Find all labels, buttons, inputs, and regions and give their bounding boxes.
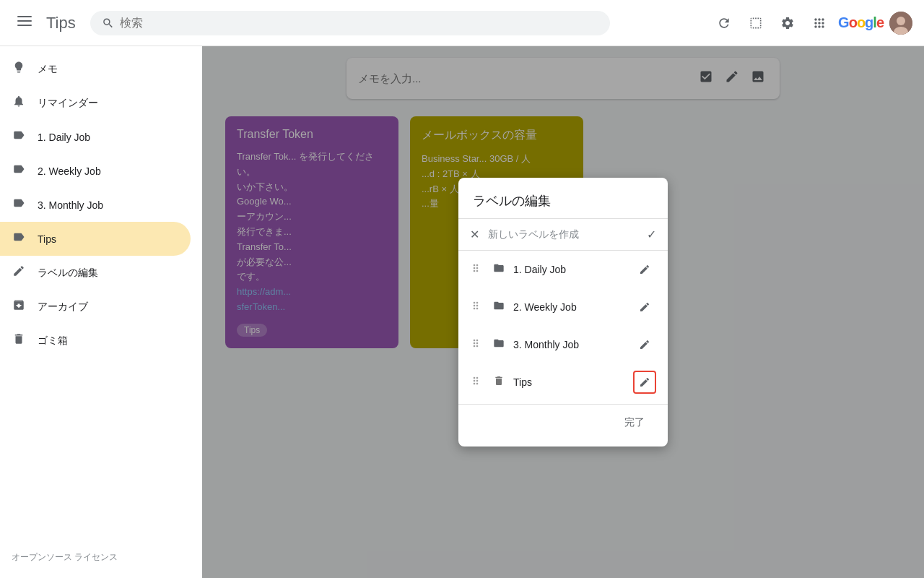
sidebar-item-tips[interactable]: Tips (0, 222, 191, 256)
edit-icon-monthly-job[interactable] (633, 333, 656, 356)
search-bar[interactable] (90, 11, 610, 35)
sidebar-trash-label: ゴミ箱 (38, 335, 68, 348)
dialog-done-button[interactable]: 完了 (613, 410, 656, 435)
drag-icon-monthly (470, 337, 484, 352)
label-folder-icon-monthly (493, 337, 505, 352)
opensource-license-link[interactable]: オープンソース ライセンス (0, 543, 202, 572)
sidebar-item-label-edit[interactable]: ラベルの編集 (0, 256, 191, 290)
sidebar-item-memo[interactable]: メモ (0, 52, 191, 86)
dialog-footer: 完了 (458, 404, 668, 447)
edit-icon-weekly-job[interactable] (633, 296, 656, 319)
sidebar-weekly-job-label: 2. Weekly Job (38, 165, 101, 177)
new-label-check-icon: ✓ (647, 228, 656, 241)
sidebar-item-weekly-job[interactable]: 2. Weekly Job (0, 154, 191, 188)
menu-icon[interactable] (12, 8, 38, 38)
dialog-label-monthly-job-name: 3. Monthly Job (513, 339, 624, 350)
dialog-label-item-weekly-job[interactable]: 2. Weekly Job (458, 288, 668, 326)
sidebar-tips-label: Tips (38, 233, 56, 245)
sidebar-daily-job-label: 1. Daily Job (38, 131, 90, 143)
drag-icon-daily (470, 262, 484, 277)
edit-labels-icon (12, 264, 26, 281)
drag-icon-weekly (470, 300, 484, 314)
dialog-label-item-tips[interactable]: Tips (458, 363, 668, 401)
sidebar-reminder-label: リマインダー (38, 97, 98, 110)
bell-icon (12, 95, 26, 111)
search-input[interactable] (120, 17, 598, 30)
label-icon-2 (12, 163, 26, 179)
apps-button[interactable] (806, 10, 832, 36)
overlay[interactable]: ラベルの編集 ✕ 新しいラベルを作成 ✓ 1. Daily Job (202, 46, 924, 578)
header-actions: Google (711, 10, 912, 36)
new-label-close-icon: ✕ (470, 228, 479, 241)
sidebar-item-reminder[interactable]: リマインダー (0, 86, 191, 120)
sidebar-monthly-job-label: 3. Monthly Job (38, 199, 103, 211)
sidebar-item-archive[interactable]: アーカイブ (0, 290, 191, 324)
app-name: Tips (46, 14, 76, 33)
label-icon-1 (12, 129, 26, 145)
dialog-label-item-monthly-job[interactable]: 3. Monthly Job (458, 326, 668, 363)
sidebar-item-daily-job[interactable]: 1. Daily Job (0, 120, 191, 154)
sidebar-memo-label: メモ (38, 63, 58, 76)
dialog-label-item-daily-job[interactable]: 1. Daily Job (458, 251, 668, 288)
svg-point-4 (897, 17, 905, 25)
lightbulb-icon (12, 61, 26, 77)
settings-button[interactable] (775, 10, 801, 36)
sidebar-item-trash[interactable]: ゴミ箱 (0, 324, 191, 358)
google-logo: Google (838, 14, 884, 31)
header: Tips Google (0, 0, 924, 46)
svg-rect-0 (17, 16, 32, 17)
avatar-image (889, 12, 912, 35)
svg-rect-2 (17, 25, 32, 26)
google-brand: Google (838, 14, 884, 31)
refresh-button[interactable] (711, 10, 737, 36)
archive-icon (12, 298, 26, 315)
dialog-label-weekly-job-name: 2. Weekly Job (513, 301, 624, 313)
layout: メモ リマインダー 1. Daily Job 2. Weekly Job 3. … (0, 46, 924, 578)
svg-rect-1 (17, 20, 32, 22)
edit-icon-daily-job[interactable] (633, 258, 656, 281)
dialog-label-daily-job-name: 1. Daily Job (513, 264, 624, 275)
trash-icon (12, 332, 26, 349)
display-button[interactable] (743, 10, 769, 36)
sidebar: メモ リマインダー 1. Daily Job 2. Weekly Job 3. … (0, 46, 202, 578)
sidebar-label-edit-label: ラベルの編集 (38, 267, 98, 280)
label-edit-dialog: ラベルの編集 ✕ 新しいラベルを作成 ✓ 1. Daily Job (458, 178, 668, 447)
search-icon (102, 17, 114, 30)
sidebar-item-monthly-job[interactable]: 3. Monthly Job (0, 188, 191, 222)
main-content: Transfer Token Transfer Tok... を発行してください… (202, 46, 924, 578)
label-folder-icon-weekly (493, 300, 505, 314)
label-folder-icon-tips (493, 375, 505, 389)
drag-icon-tips (470, 375, 484, 389)
new-label-row[interactable]: ✕ 新しいラベルを作成 ✓ (458, 219, 668, 251)
avatar[interactable] (889, 12, 912, 35)
dialog-label-tips-name: Tips (513, 376, 624, 388)
new-label-text: 新しいラベルを作成 (488, 228, 638, 241)
sidebar-archive-label: アーカイブ (38, 301, 88, 314)
label-icon-tips (12, 230, 26, 247)
edit-icon-tips[interactable] (633, 371, 656, 394)
label-icon-3 (12, 197, 26, 213)
dialog-title: ラベルの編集 (458, 178, 668, 219)
label-folder-icon-daily (493, 262, 505, 277)
